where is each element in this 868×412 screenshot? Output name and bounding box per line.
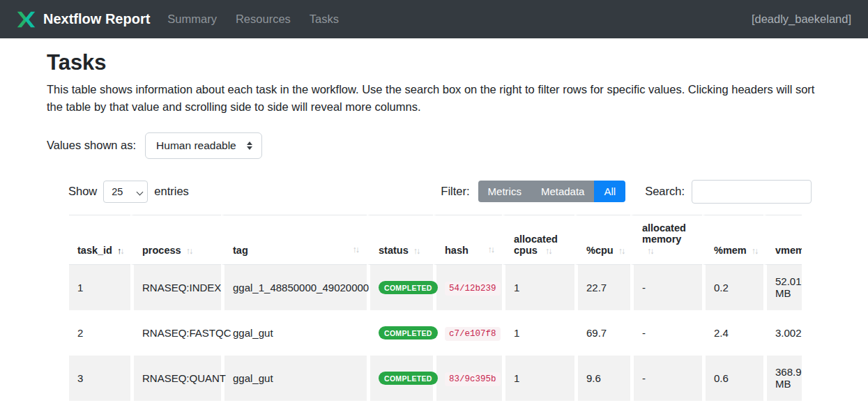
sort-icon: ↑↓ (545, 246, 551, 256)
cell-allocated-cpus: 1 (502, 265, 574, 310)
hash-code: c7/e107f8 (445, 327, 501, 341)
page-description-line2: the table by that value and scrolling si… (47, 98, 868, 116)
cell-allocated-cpus: 1 (502, 401, 574, 412)
navbar-brand[interactable]: Nextflow Report (17, 10, 150, 29)
col-header-allocated-memory[interactable]: allocated memory ↑↓ (630, 215, 702, 265)
search-input[interactable] (692, 180, 812, 204)
cell-allocated-memory: - (630, 356, 702, 401)
table-row: 1 RNASEQ:INDEX ggal_1_48850000_49020000 … (69, 265, 802, 310)
entries-selected: 25 (112, 186, 123, 197)
cell-hash: 94/c235e1 (433, 401, 502, 412)
cell-pct-cpu: 22.7 (574, 265, 630, 310)
cell-vmem: 52.016 MB (763, 265, 802, 310)
cell-process: MULTIQC (130, 401, 221, 412)
sort-icon: ↑↓ (647, 246, 653, 256)
cell-hash: 54/12b239 (433, 265, 502, 310)
search-label: Search: (645, 185, 685, 198)
hash-code: 83/9c395b (445, 372, 501, 386)
col-header-process[interactable]: process↑↓ (130, 215, 221, 265)
cell-process: RNASEQ:QUANT (130, 356, 221, 401)
page-description-line1: This table shows information about each … (47, 81, 868, 98)
sort-icon: ↑↓ (752, 246, 758, 256)
col-header-status[interactable]: status↑↓ (367, 215, 433, 265)
table-controls: Show 25 entries Filter: Metrics Metadata… (68, 180, 812, 204)
cell-allocated-memory: - (630, 401, 702, 412)
table-row: 4 MULTIQC - COMPLETED 94/c235e1 1 42.8 -… (69, 401, 802, 412)
cell-allocated-cpus: 1 (502, 356, 574, 401)
navbar-brand-label: Nextflow Report (43, 11, 150, 27)
cell-status: COMPLETED (367, 310, 433, 356)
entries-select[interactable]: 25 (103, 181, 148, 203)
cell-task-id: 3 (69, 356, 130, 401)
nextflow-logo-icon (17, 10, 36, 29)
cell-allocated-cpus: 1 (502, 310, 574, 356)
filter-all-button[interactable]: All (594, 181, 625, 202)
col-header-vmem[interactable]: vmem↑↓ (763, 215, 802, 265)
cell-pct-mem: 1.4 (702, 401, 763, 412)
cell-hash: c7/e107f8 (433, 310, 502, 356)
cell-tag: ggal_1_48850000_49020000 (221, 265, 367, 310)
cell-status: COMPLETED (367, 265, 433, 310)
values-shown-select[interactable]: Human readable (145, 132, 262, 159)
cell-task-id: 2 (69, 310, 130, 356)
entries-control: Show 25 entries (68, 181, 189, 203)
hash-code: 54/12b239 (445, 282, 501, 296)
sort-asc-icon: ↑↓ (117, 246, 123, 256)
cell-allocated-memory: - (630, 310, 702, 356)
tasks-table-wrapper[interactable]: task_id↑↓ process↑↓ tag↑↓ status↑↓ hash↑… (69, 215, 802, 412)
page-description: This table shows information about each … (47, 81, 868, 116)
cell-vmem: 3.002 GB (763, 310, 802, 356)
cell-pct-mem: 0.6 (702, 356, 763, 401)
sort-icon: ↑↓ (186, 246, 192, 256)
nav-item-summary[interactable]: Summary (167, 13, 217, 26)
cell-pct-cpu: 9.6 (574, 356, 630, 401)
sort-icon: ↑↓ (413, 246, 420, 256)
status-badge: COMPLETED (379, 326, 438, 339)
status-badge: COMPLETED (379, 372, 438, 385)
col-header-hash[interactable]: hash↑↓ (433, 215, 502, 265)
cell-task-id: 1 (69, 265, 130, 310)
cell-tag: ggal_gut (221, 356, 367, 401)
col-header-pct-cpu[interactable]: %cpu↑↓ (574, 215, 630, 265)
values-shown-label: Values shown as: (47, 139, 136, 152)
sort-icon: ↑↓ (618, 246, 625, 256)
cell-tag: - (221, 401, 367, 412)
cell-pct-cpu: 42.8 (574, 401, 630, 412)
cell-hash: 83/9c395b (433, 356, 502, 401)
sort-icon: ↑↓ (488, 245, 494, 254)
filter-button-group: Metrics Metadata All (478, 181, 626, 202)
cell-vmem: 368.95 MB (763, 356, 802, 401)
values-shown-selected: Human readable (156, 139, 236, 152)
table-header-row: task_id↑↓ process↑↓ tag↑↓ status↑↓ hash↑… (69, 215, 802, 265)
status-badge: COMPLETED (379, 281, 438, 294)
filter-label: Filter: (441, 185, 469, 198)
col-header-allocated-cpus[interactable]: allocated cpus ↑↓ (502, 215, 574, 265)
table-row: 2 RNASEQ:FASTQC ggal_gut COMPLETED c7/e1… (69, 310, 802, 356)
cell-pct-mem: 2.4 (702, 310, 763, 356)
cell-task-id: 4 (69, 401, 130, 412)
table-row: 3 RNASEQ:QUANT ggal_gut COMPLETED 83/9c3… (69, 356, 802, 401)
show-label: Show (68, 185, 97, 198)
filter-metrics-button[interactable]: Metrics (478, 181, 531, 202)
col-header-task-id[interactable]: task_id↑↓ (69, 215, 130, 265)
cell-vmem: 571.58 MB (763, 401, 802, 412)
cell-tag: ggal_gut (221, 310, 367, 356)
page-title: Tasks (47, 49, 868, 77)
entries-label: entries (154, 185, 189, 198)
chevron-down-icon (137, 188, 144, 195)
nav-item-tasks[interactable]: Tasks (310, 13, 339, 26)
filter-metadata-button[interactable]: Metadata (531, 181, 595, 202)
tasks-table: task_id↑↓ process↑↓ tag↑↓ status↑↓ hash↑… (69, 215, 802, 412)
values-shown-row: Values shown as: Human readable (47, 132, 868, 159)
cell-status: COMPLETED (367, 356, 433, 401)
col-header-tag[interactable]: tag↑↓ (221, 215, 367, 265)
navbar-links: Summary Resources Tasks (167, 13, 339, 26)
navbar: Nextflow Report Summary Resources Tasks … (0, 0, 868, 38)
cell-process: RNASEQ:FASTQC (130, 310, 221, 356)
cell-allocated-memory: - (630, 265, 702, 310)
select-updown-icon (247, 142, 252, 150)
nav-item-resources[interactable]: Resources (236, 13, 291, 26)
sort-icon: ↑↓ (353, 245, 359, 254)
col-header-pct-mem[interactable]: %mem↑↓ (702, 215, 763, 265)
cell-process: RNASEQ:INDEX (130, 265, 221, 310)
